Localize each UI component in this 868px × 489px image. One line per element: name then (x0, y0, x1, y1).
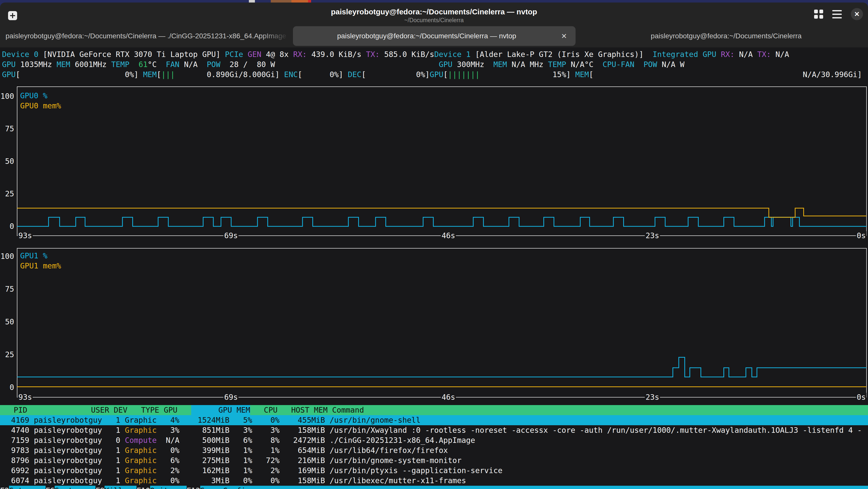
chart0-xtick: 0s (856, 231, 867, 240)
fkey-action-quit[interactable]: Quit (150, 486, 187, 489)
fkey-f6[interactable]: F6 (45, 486, 55, 489)
chart0-xtick: 93s (18, 231, 33, 240)
fkey-f9[interactable]: F9 (95, 486, 104, 489)
chart0-xtick: 46s (441, 231, 456, 240)
chart1-series (17, 357, 867, 387)
chart0-legend-mem: GPU0 mem% (20, 101, 61, 111)
table-row[interactable]: 7159 paisleyrobotguy 0 Compute N/A 500Mi… (0, 435, 868, 445)
new-tab-button[interactable] (6, 9, 19, 22)
table-row[interactable]: 4169 paisleyrobotguy 1 Graphic 4% 1524Mi… (0, 415, 868, 425)
chart1-xtick: 23s (645, 393, 660, 402)
chart1-ytick: 0 (0, 382, 14, 393)
tab-nvtop-active[interactable]: paisleyrobotguy@fedora:~/Documents/Cinel… (293, 26, 576, 46)
tab-cingg[interactable]: paisleyrobotguy@fedora:~/Documents/Cinel… (1, 26, 289, 46)
fkey-f12[interactable]: F12 (187, 486, 200, 489)
device-info-line-1: Device 0 [NVIDIA GeForce RTX 3070 Ti Lap… (2, 49, 789, 59)
chart0-ytick: 50 (0, 156, 14, 166)
terminal-window: paisleyrobotguy@fedora:~/Documents/Cinel… (0, 2, 868, 489)
tab-label: paisleyrobotguy@fedora:~/Documents/Cinel… (337, 32, 516, 40)
menu-icon[interactable] (832, 10, 842, 19)
table-row[interactable]: 9783 paisleyrobotguy 1 Graphic 0% 399MiB… (0, 445, 868, 456)
close-icon: ✕ (854, 10, 860, 18)
close-window-button[interactable]: ✕ (851, 8, 863, 20)
chart1-xtick: 69s (223, 393, 239, 402)
chart1-xtick: 93s (18, 393, 33, 402)
header-sort-column-gpu-mem[interactable]: GPU MEM (191, 405, 250, 415)
chart1-xtick: 0s (856, 393, 867, 402)
fkey-action-setup[interactable]: Setup (9, 486, 45, 489)
tab-close-icon[interactable]: ✕ (561, 32, 567, 40)
chart1-xtick: 46s (441, 393, 456, 402)
chart1-ytick: 100 (0, 251, 14, 261)
tab-label: paisleyrobotguy@fedora:~/Documents/Cinel… (651, 32, 802, 40)
fkey-f10[interactable]: F10 (136, 486, 150, 489)
chart0-border (17, 87, 867, 236)
nvtop-terminal: Device 0 [NVIDIA GeForce RTX 3070 Ti Lap… (0, 48, 868, 489)
fkey-action-kill[interactable]: Kill (104, 486, 136, 489)
fkey-f2[interactable]: F2 (0, 486, 9, 489)
table-row[interactable]: 6992 paisleyrobotguy 1 Graphic 2% 162MiB… (0, 465, 868, 476)
table-row[interactable]: 8796 paisleyrobotguy 1 Graphic 6% 275MiB… (0, 456, 868, 465)
chart0-xtick: 69s (223, 231, 239, 240)
fkey-action-save-config[interactable]: Save Config (200, 486, 868, 489)
header-right-columns[interactable]: CPU HOST MEM Command (250, 405, 868, 415)
device-gauges-line: GPU[ 0%] MEM[||| 0.890Gi/8.000Gi] ENC[ 0… (2, 69, 862, 80)
chart0-ytick: 100 (0, 91, 14, 101)
header-left-columns[interactable]: PID USER DEV TYPE GPU (0, 405, 191, 415)
tab-label: paisleyrobotguy@fedora:~/Documents/Cinel… (5, 32, 286, 40)
chart1-legend-mem: GPU1 mem% (20, 261, 61, 271)
function-key-bar: F2Setup F6Sort F9Kill F10Quit F12Save Co… (0, 486, 868, 489)
window-subtitle: ~/Documents/Cinelerra (75, 17, 793, 24)
chart0-ytick: 75 (0, 124, 14, 134)
chart0-legend-gpu: GPU0 % (20, 91, 48, 101)
chart0-ytick: 0 (0, 221, 14, 231)
series-gpu0- (17, 217, 867, 226)
chart0-series (17, 208, 867, 226)
chart0-xtick: 23s (645, 231, 660, 240)
tab-label-fade (261, 26, 289, 46)
device-info-line-2: GPU 1035MHz MEM 6001MHz TEMP 61°C FAN N/… (2, 59, 684, 69)
new-tab-icon (8, 11, 17, 20)
process-table-header: PID USER DEV TYPE GPU GPU MEM CPU HOST M… (0, 405, 868, 415)
chart1-legend-gpu: GPU1 % (20, 251, 48, 261)
chart1-border (17, 248, 867, 397)
chart0-ytick: 25 (0, 189, 14, 199)
tab-shell[interactable]: paisleyrobotguy@fedora:~/Documents/Cinel… (584, 26, 868, 46)
series-gpu0-mem- (17, 208, 867, 217)
chart1-ytick: 50 (0, 317, 14, 327)
window-title: paisleyrobotguy@fedora:~/Documents/Cinel… (75, 7, 793, 16)
fkey-action-sort[interactable]: Sort (55, 486, 96, 489)
tab-overview-icon[interactable] (814, 9, 823, 19)
series-gpu1- (17, 357, 867, 377)
chart1-ytick: 25 (0, 350, 14, 360)
table-row[interactable]: 4740 paisleyrobotguy 1 Graphic 3% 851MiB… (0, 425, 868, 435)
chart1-ytick: 75 (0, 284, 14, 294)
table-row[interactable]: 6074 paisleyrobotguy 1 Graphic 0% 3MiB 0… (0, 476, 868, 486)
